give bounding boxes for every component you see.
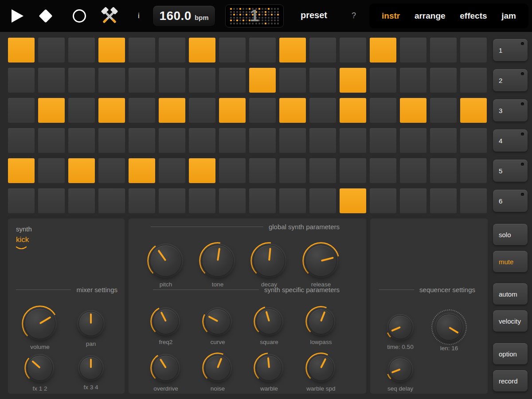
pad-r5-c5[interactable] <box>129 158 155 183</box>
pad-r1-c8[interactable] <box>219 38 246 63</box>
velocity-button[interactable]: velocity <box>493 310 528 332</box>
tab-arrange[interactable]: arrange <box>415 11 446 21</box>
pad-r6-c10[interactable] <box>279 188 306 213</box>
pad-r6-c3[interactable] <box>68 188 95 213</box>
knob-seqdelay[interactable]: seq delay <box>374 358 427 392</box>
pad-r3-c9[interactable] <box>249 98 276 123</box>
pad-r2-c4[interactable] <box>98 68 125 93</box>
pad-r6-c16[interactable] <box>460 188 487 213</box>
mute-button[interactable]: mute <box>493 251 528 272</box>
pad-r4-c4[interactable] <box>98 128 125 153</box>
pad-r1-c11[interactable] <box>309 38 336 63</box>
track-button-2[interactable]: 2 <box>493 69 528 91</box>
pad-r5-c3[interactable] <box>68 158 95 183</box>
pad-r3-c2[interactable] <box>38 98 65 123</box>
pad-r6-c8[interactable] <box>219 188 246 213</box>
knob-decay[interactable]: decay <box>243 245 296 288</box>
pad-r4-c5[interactable] <box>129 128 155 153</box>
pad-r5-c13[interactable] <box>370 158 396 183</box>
pad-r1-c5[interactable] <box>129 38 155 63</box>
pad-r4-c12[interactable] <box>340 128 366 153</box>
knob-pitch[interactable]: pitch <box>139 245 192 288</box>
pad-r6-c14[interactable] <box>400 188 426 213</box>
pad-r6-c9[interactable] <box>249 188 276 213</box>
pad-r1-c2[interactable] <box>38 38 65 63</box>
pad-r6-c1[interactable] <box>8 188 35 213</box>
pad-r3-c6[interactable] <box>159 98 185 123</box>
pad-r2-c11[interactable] <box>309 68 336 93</box>
pad-r5-c16[interactable] <box>460 158 487 183</box>
pad-r3-c11[interactable] <box>309 98 336 123</box>
pad-r3-c16[interactable] <box>460 98 487 123</box>
pad-r4-c13[interactable] <box>370 128 396 153</box>
tab-instr[interactable]: instr <box>382 11 400 21</box>
knob-release[interactable]: release <box>294 245 348 288</box>
pad-r6-c15[interactable] <box>430 188 457 213</box>
pad-r4-c6[interactable] <box>159 128 185 153</box>
knob-warblespd[interactable]: warble spd <box>294 355 348 392</box>
autom-button[interactable]: autom <box>493 283 528 305</box>
pad-r1-c10[interactable] <box>279 38 306 63</box>
pad-r6-c6[interactable] <box>159 188 185 213</box>
pad-r3-c3[interactable] <box>68 98 95 123</box>
pad-r2-c3[interactable] <box>68 68 95 93</box>
pad-r4-c11[interactable] <box>309 128 336 153</box>
pad-r2-c9[interactable] <box>249 68 276 93</box>
knob-warble[interactable]: warble <box>243 355 296 392</box>
pad-r6-c11[interactable] <box>309 188 336 213</box>
pad-r3-c12[interactable] <box>340 98 366 123</box>
pad-r1-c16[interactable] <box>460 38 487 63</box>
pad-r3-c10[interactable] <box>279 98 306 123</box>
pad-r1-c9[interactable] <box>249 38 276 63</box>
record-button[interactable]: record <box>493 370 528 391</box>
pad-r3-c15[interactable] <box>430 98 457 123</box>
tab-jam[interactable]: jam <box>501 11 516 21</box>
knob-pan[interactable]: pan <box>64 311 117 347</box>
knob-freq2[interactable]: freq2 <box>139 309 192 345</box>
pad-r5-c1[interactable] <box>8 158 35 183</box>
pad-r3-c4[interactable] <box>98 98 125 123</box>
pattern-overview-display[interactable]: 1 <box>225 4 284 27</box>
pad-r2-c10[interactable] <box>279 68 306 93</box>
pad-r5-c2[interactable] <box>38 158 65 183</box>
knob-noise[interactable]: noise <box>191 355 244 392</box>
pad-r3-c8[interactable] <box>219 98 246 123</box>
pad-r2-c8[interactable] <box>219 68 246 93</box>
pad-r4-c16[interactable] <box>460 128 487 153</box>
pad-r5-c7[interactable] <box>189 158 215 183</box>
pad-r1-c6[interactable] <box>159 38 185 63</box>
pad-r2-c15[interactable] <box>430 68 457 93</box>
knob-volume[interactable]: volume <box>13 308 66 350</box>
pad-r5-c14[interactable] <box>400 158 426 183</box>
knob-fx34[interactable]: fx 3 4 <box>64 356 117 391</box>
pad-r1-c1[interactable] <box>8 38 35 63</box>
pad-r6-c5[interactable] <box>129 188 155 213</box>
preset-button[interactable]: preset <box>301 10 327 20</box>
pad-r3-c13[interactable] <box>370 98 396 123</box>
knob-square[interactable]: square <box>243 309 296 345</box>
pad-r4-c3[interactable] <box>68 128 95 153</box>
knob-fx12[interactable]: fx 1 2 <box>13 355 66 392</box>
pad-r5-c12[interactable] <box>340 158 366 183</box>
pad-r4-c15[interactable] <box>430 128 457 153</box>
pad-r4-c7[interactable] <box>189 128 215 153</box>
tab-effects[interactable]: effects <box>460 11 487 21</box>
pad-r2-c12[interactable] <box>340 68 366 93</box>
pad-r4-c1[interactable] <box>8 128 35 153</box>
track-button-5[interactable]: 5 <box>493 160 528 182</box>
pad-r1-c15[interactable] <box>430 38 457 63</box>
pad-r5-c8[interactable] <box>219 158 246 183</box>
solo-button[interactable]: solo <box>493 224 528 245</box>
info-button[interactable]: i <box>138 12 140 20</box>
pad-r2-c14[interactable] <box>400 68 426 93</box>
track-button-6[interactable]: 6 <box>493 190 528 212</box>
pad-r2-c16[interactable] <box>460 68 487 93</box>
synth-selector[interactable]: kick <box>16 235 29 244</box>
pad-r2-c7[interactable] <box>189 68 215 93</box>
pad-r3-c5[interactable] <box>129 98 155 123</box>
pad-r1-c14[interactable] <box>400 38 426 63</box>
play-icon[interactable] <box>12 9 23 23</box>
pad-r6-c4[interactable] <box>98 188 125 213</box>
pad-r3-c1[interactable] <box>8 98 35 123</box>
pad-r4-c8[interactable] <box>219 128 246 153</box>
